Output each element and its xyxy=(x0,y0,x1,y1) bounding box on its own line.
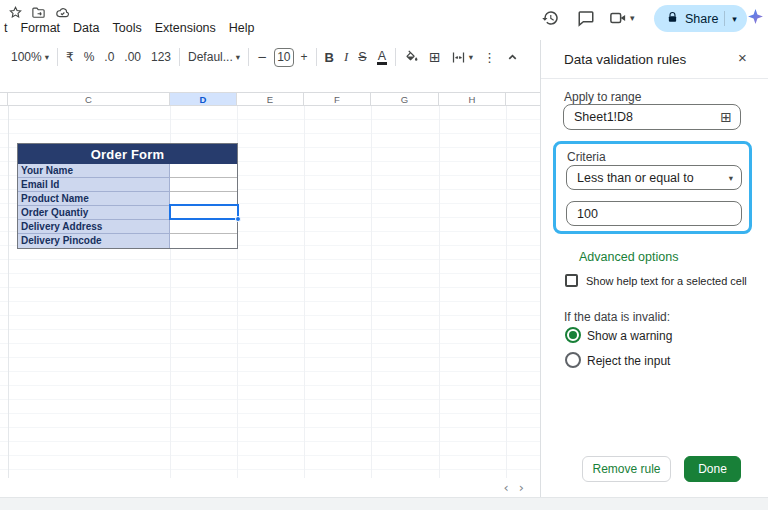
field-label[interactable]: Order Quantiy xyxy=(18,206,170,220)
star-icon[interactable] xyxy=(8,5,24,21)
range-input[interactable]: Sheet1!D8 ⊞ xyxy=(563,104,741,130)
column-header-e[interactable]: E xyxy=(237,93,304,105)
criteria-value-input[interactable]: 100 xyxy=(566,201,742,226)
font-name-value: Defaul... xyxy=(188,50,233,64)
panel-divider xyxy=(541,78,768,79)
fill-color-button[interactable] xyxy=(399,45,424,69)
select-data-range-icon[interactable]: ⊞ xyxy=(720,109,732,125)
criteria-label: Criteria xyxy=(567,150,606,164)
chevron-up-icon[interactable] xyxy=(501,45,524,69)
field-label[interactable]: Delivery Address xyxy=(18,220,170,234)
menu-bar: t Format Data Tools Extensions Help xyxy=(4,20,255,36)
scroll-left-icon[interactable]: ‹ xyxy=(504,480,509,495)
zoom-value: 100% xyxy=(11,50,42,64)
show-warning-label[interactable]: Show a warning xyxy=(587,329,672,343)
criteria-value: 100 xyxy=(577,207,598,221)
merge-cells-button[interactable]: ▾ xyxy=(446,45,478,69)
field-value-cell[interactable] xyxy=(170,178,237,192)
chevron-down-icon: ▾ xyxy=(630,13,635,23)
table-row[interactable]: Delivery Pincode xyxy=(18,234,237,248)
share-button[interactable]: Share ▾ xyxy=(654,5,747,32)
share-button-label: Share xyxy=(685,12,718,26)
field-label[interactable]: Delivery Pincode xyxy=(18,234,170,248)
fill-handle[interactable] xyxy=(235,216,241,222)
column-header-f[interactable]: F xyxy=(304,93,371,105)
decrease-decimal-button[interactable]: .0 xyxy=(99,45,119,69)
lock-icon xyxy=(666,11,679,27)
column-headers: C D E F G H xyxy=(0,92,540,106)
chevron-down-icon: ▾ xyxy=(729,173,733,183)
format-percent-button[interactable]: % xyxy=(79,45,100,69)
strikethrough-button[interactable]: S xyxy=(353,45,371,69)
meet-camera-icon[interactable]: ▾ xyxy=(609,8,635,28)
font-select[interactable]: Defaul... ▾ xyxy=(183,45,245,69)
scroll-right-icon[interactable]: › xyxy=(519,480,524,495)
zoom-select[interactable]: 100% ▾ xyxy=(6,45,54,69)
criteria-operator-select[interactable]: Less than or equal to ▾ xyxy=(566,165,742,190)
menu-item-data[interactable]: Data xyxy=(73,21,99,35)
table-title[interactable]: Order Form xyxy=(18,144,237,164)
help-text-label[interactable]: Show help text for a selected cell xyxy=(586,275,747,287)
radio-reject-input[interactable] xyxy=(565,352,581,368)
move-folder-icon[interactable] xyxy=(31,5,47,21)
toolbar-divider xyxy=(316,48,317,66)
version-history-icon[interactable] xyxy=(541,8,559,28)
bold-button[interactable]: B xyxy=(320,45,339,69)
column-header-d[interactable]: D xyxy=(170,93,237,105)
increase-decimal-button[interactable]: .00 xyxy=(119,45,146,69)
field-value-cell[interactable] xyxy=(170,234,237,248)
column-header-h[interactable]: H xyxy=(439,93,506,105)
row-header-corner[interactable] xyxy=(0,93,8,105)
field-label[interactable]: Email Id xyxy=(18,178,170,192)
menu-item-partial[interactable]: t xyxy=(4,21,7,35)
grid-line xyxy=(439,106,440,478)
cloud-status-icon[interactable] xyxy=(55,5,71,21)
table-row[interactable]: Delivery Address xyxy=(18,220,237,234)
help-text-checkbox[interactable] xyxy=(565,274,578,287)
range-value: Sheet1!D8 xyxy=(574,110,633,124)
google-sheets-app: t Format Data Tools Extensions Help ▾ Sh… xyxy=(0,0,768,510)
selected-cell-d8 xyxy=(169,204,239,220)
reject-input-label[interactable]: Reject the input xyxy=(587,354,670,368)
text-color-button[interactable]: A xyxy=(372,45,392,69)
done-button[interactable]: Done xyxy=(684,456,741,482)
menu-item-help[interactable]: Help xyxy=(229,21,255,35)
field-value-cell[interactable] xyxy=(170,164,237,178)
criteria-operator-value: Less than or equal to xyxy=(577,171,694,185)
field-value-cell[interactable] xyxy=(170,220,237,234)
sheet-grid[interactable]: Order Form Your Name Email Id Product Na… xyxy=(0,106,540,478)
menu-item-format[interactable]: Format xyxy=(20,21,60,35)
decrease-font-size-button[interactable]: − xyxy=(252,45,272,69)
advanced-options-link[interactable]: Advanced options xyxy=(579,250,678,264)
order-form-table: Order Form Your Name Email Id Product Na… xyxy=(17,143,238,249)
toolbar-divider xyxy=(179,48,180,66)
close-icon[interactable]: × xyxy=(738,49,747,66)
more-toolbar-button[interactable]: ⋮ xyxy=(478,45,501,69)
more-formats-button[interactable]: 123 xyxy=(146,45,176,69)
panel-title: Data validation rules xyxy=(564,52,686,67)
toolbar: 100% ▾ ₹ % .0 .00 123 Defaul... ▾ − 10 +… xyxy=(0,42,540,72)
column-header-g[interactable]: G xyxy=(371,93,439,105)
column-header-c[interactable]: C xyxy=(8,93,170,105)
radio-show-warning[interactable] xyxy=(565,327,581,343)
table-row[interactable]: Email Id xyxy=(18,178,237,192)
italic-button[interactable]: I xyxy=(339,45,353,69)
field-label[interactable]: Your Name xyxy=(18,164,170,178)
field-label[interactable]: Product Name xyxy=(18,192,170,206)
comment-icon[interactable] xyxy=(577,8,595,28)
column-header-partial[interactable] xyxy=(506,93,540,105)
chevron-down-icon: ▾ xyxy=(45,52,49,62)
invalid-data-label: If the data is invalid: xyxy=(564,310,670,324)
share-dropdown-icon[interactable]: ▾ xyxy=(724,11,747,26)
menu-item-extensions[interactable]: Extensions xyxy=(155,21,216,35)
menu-item-tools[interactable]: Tools xyxy=(112,21,141,35)
remove-rule-button[interactable]: Remove rule xyxy=(582,456,671,482)
criteria-highlight-box: Criteria Less than or equal to ▾ 100 xyxy=(553,141,752,234)
chevron-down-icon: ▾ xyxy=(469,52,473,62)
borders-button[interactable]: ⊞ xyxy=(424,45,446,69)
increase-font-size-button[interactable]: + xyxy=(296,45,313,69)
font-size-input[interactable]: 10 xyxy=(274,48,293,67)
table-row[interactable]: Your Name xyxy=(18,164,237,178)
format-currency-button[interactable]: ₹ xyxy=(61,45,79,69)
gemini-sparkle-icon[interactable] xyxy=(747,8,764,25)
